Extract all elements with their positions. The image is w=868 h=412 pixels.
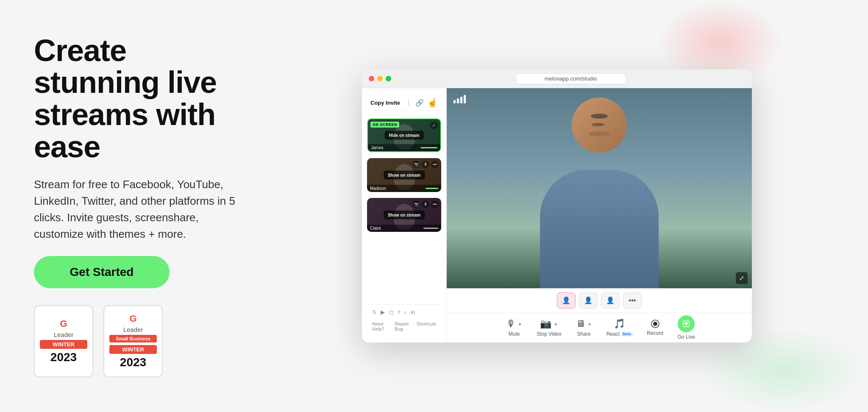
madison-more-icon[interactable]: ••• [431,161,439,168]
claire-action-label: Show on stream [388,213,420,217]
madison-name-bar: Madison [367,185,441,192]
share-label: Share [577,331,591,337]
video-main: ⤢ [447,88,752,288]
stop-video-icon: 📷▲ [540,318,558,329]
badges-row: G Leader WINTER 2023 G Leader Small Busi… [34,305,254,377]
badge2-year: 2023 [120,356,146,369]
instagram-icon[interactable]: ◻ [389,309,394,315]
share-caret: ▲ [587,321,592,326]
james-name-bar: James [368,144,440,151]
participant-btn-3[interactable]: 👤 [601,292,620,309]
react-label: React [606,331,620,337]
signal-bars-icon [453,95,466,103]
copy-invite-label: Copy Invite [370,100,400,106]
guest-card-claire: 📷 🎙 ••• Show on stream Claire [367,198,441,232]
on-screen-badge-james: ON SCREEN [370,122,399,128]
participant-btn-more[interactable]: ••• [623,292,642,309]
copy-invite-bar: Copy Invite ⋮ 🔗 ☝ [367,95,441,111]
james-name: James [371,145,383,150]
tiktok-icon[interactable]: ♪ [404,309,407,315]
left-column: Create stunning live streams with ease S… [34,35,254,377]
youtube-icon[interactable]: ▶ [381,309,385,315]
stop-video-tool[interactable]: 📷▲ Stop Video [537,318,562,337]
linkedin-icon[interactable]: in [411,309,415,315]
bar1 [453,100,456,103]
james-volume [420,147,437,148]
claire-name-bar: Claire [367,225,441,232]
beta-badge: Beta [621,331,633,337]
madison-show-btn[interactable]: Show on stream [384,171,425,180]
browser-window: melonapp.com/studio Copy Invite ⋮ 🔗 ☝ [362,70,752,342]
james-icons: ⤢ [430,122,438,129]
facebook-icon[interactable]: f [398,309,400,315]
stop-video-label: Stop Video [537,331,562,337]
madison-cam-icon[interactable]: 📷 [412,161,420,168]
share-icon: 🖥▲ [576,318,592,329]
video-area: ⤢ 👤 👤 👤 ••• [447,88,752,342]
dot-close [369,76,374,81]
badge2-season: Small Business [109,335,157,342]
bar4 [464,95,466,103]
shortcuts-link[interactable]: Shortcuts [417,321,436,331]
guest-card-james: ON SCREEN ⤢ Hide on stream James [367,118,441,152]
participant-btn-2[interactable]: 👤 [579,292,598,309]
go-live-icon [678,315,695,332]
madison-action-label: Show on stream [388,173,420,178]
help-bar: Need Help? Report Bug Shortcuts [367,320,441,336]
hero-title: Create stunning live streams with ease [34,35,254,163]
participant-btn-1[interactable]: 👤 [557,292,576,309]
record-label: Record [647,330,663,336]
james-hide-btn[interactable]: Hide on stream [384,131,423,140]
mute-tool[interactable]: 🎙▲ Mute [504,318,525,337]
need-help-link[interactable]: Need Help? [372,321,389,331]
go-live-tool[interactable]: Go Live [678,315,695,340]
badge1-season: WINTER [40,340,87,349]
browser-dots [369,76,391,81]
badge2-role-label: Leader [123,326,143,333]
fullscreen-button[interactable]: ⤢ [736,272,748,284]
badge1-role-label: Leader [54,331,74,338]
mute-caret: ▲ [518,321,522,326]
participants-strip: 👤 👤 👤 ••• [447,288,752,312]
person2-icon: 👤 [584,296,593,304]
james-expand-icon[interactable]: ⤢ [430,122,438,129]
g2-logo-1: G [60,318,67,329]
bar2 [457,98,459,103]
claire-show-btn[interactable]: Show on stream [384,211,425,220]
claire-more-icon[interactable]: ••• [431,200,439,208]
james-action-label: Hide on stream [389,133,419,138]
stop-video-caret: ▲ [554,321,558,326]
madison-volume [426,188,438,189]
person3-icon: 👤 [606,296,615,304]
main-video-feed [447,88,752,288]
claire-volume [423,228,438,229]
social-bar: 𝕏 ▶ ◻ f ♪ in [367,304,441,320]
hero-subtitle: Stream for free to Facebook, YouTube, Li… [34,176,237,242]
claire-cam-icon[interactable]: 📷 [412,200,420,208]
svg-point-1 [653,322,657,326]
browser-topbar: melonapp.com/studio [362,70,752,88]
cta-button[interactable]: Get Started [34,256,170,288]
share-tool[interactable]: 🖥▲ Share [573,318,595,337]
g2-logo-2: G [129,313,136,324]
address-bar[interactable]: melonapp.com/studio [516,73,626,84]
bar3 [460,97,462,103]
g2-badge-leader-winter: G Leader WINTER 2023 [34,305,93,377]
mute-label: Mute [509,331,520,337]
toolbar: 🎙▲ Mute 📷▲ Stop Video [447,312,752,342]
record-tool[interactable]: Record [645,319,666,336]
twitter-icon[interactable]: 𝕏 [372,309,376,315]
link-icon[interactable]: 🔗 [415,99,424,107]
report-bug-link[interactable]: Report Bug [395,321,410,331]
sidebar-panel: Copy Invite ⋮ 🔗 ☝ ON SCREEN [362,88,447,342]
madison-mic-icon[interactable]: 🎙 [422,161,429,168]
cursor-icon: ☝ [427,97,438,108]
more-options-icon[interactable]: ⋮ [405,99,412,107]
right-column: melonapp.com/studio Copy Invite ⋮ 🔗 ☝ [280,70,834,342]
guest-card-madison: 📷 🎙 ••• Show on stream Madison [367,158,441,192]
claire-icons: 📷 🎙 ••• [412,200,439,208]
claire-mic-icon[interactable]: 🎙 [422,200,429,208]
record-icon [651,319,660,328]
more-participants-icon: ••• [629,297,636,304]
react-tool[interactable]: 🎵 React Beta [606,318,633,337]
